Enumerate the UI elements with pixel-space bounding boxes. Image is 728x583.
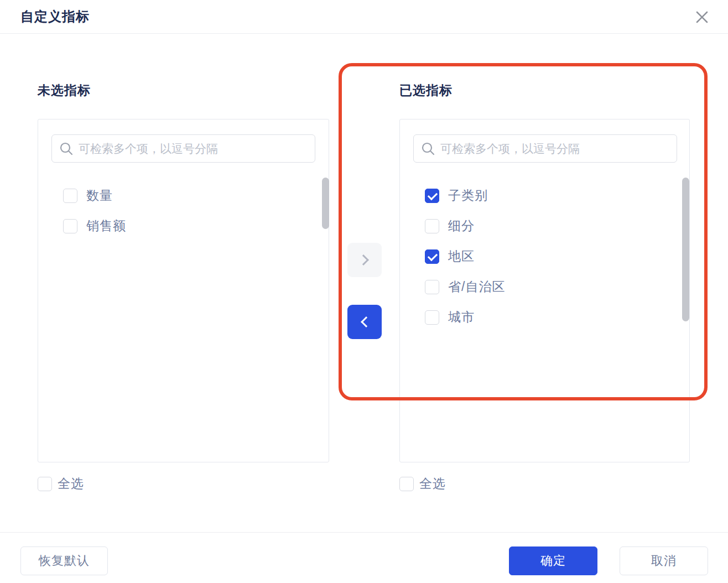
list-item[interactable]: 子类别 [425,180,667,211]
item-label: 数量 [86,187,113,204]
close-icon[interactable] [691,7,713,28]
checkbox[interactable] [425,249,439,264]
list-item[interactable]: 城市 [425,302,667,332]
search-icon [421,142,435,156]
item-label: 城市 [448,309,475,326]
checkbox[interactable] [399,477,414,491]
item-label: 销售额 [86,217,126,235]
select-all-label: 全选 [419,475,446,492]
right-search-box [413,134,677,163]
dialog-header: 自定义指标 [0,0,728,34]
item-label: 省/自治区 [448,278,505,295]
left-search-input[interactable] [79,135,311,162]
list-item[interactable]: 销售额 [63,211,306,241]
confirm-button[interactable]: 确定 [509,546,597,575]
dialog-footer: 恢复默认 确定 取消 [0,532,728,583]
checkbox[interactable] [425,280,439,294]
search-icon [59,142,74,156]
list-item[interactable]: 细分 [425,211,667,241]
list-item[interactable]: 数量 [63,180,306,211]
cancel-button[interactable]: 取消 [620,546,708,575]
checkbox[interactable] [63,189,77,203]
checkbox[interactable] [425,219,439,233]
left-search-box [51,134,315,163]
right-search-input[interactable] [440,135,673,162]
list-item[interactable]: 地区 [425,241,667,272]
right-select-all[interactable]: 全选 [399,475,446,492]
unselected-metrics-title: 未选指标 [38,82,91,99]
move-right-button[interactable] [347,243,382,277]
custom-metrics-dialog: 自定义指标 未选指标 已选指标 数量 [0,0,728,583]
checkbox[interactable] [425,310,439,325]
chevron-right-icon [358,254,369,266]
chevron-left-icon [361,316,372,327]
scrollbar-thumb[interactable] [322,178,329,229]
checkbox[interactable] [38,477,52,491]
unselected-metrics-list: 数量 销售额 [63,180,306,241]
dialog-title: 自定义指标 [20,8,90,25]
item-label: 子类别 [448,187,488,204]
selected-metrics-panel: 子类别 细分 地区 省/自治区 城市 [399,119,690,462]
item-label: 地区 [448,248,475,265]
move-left-button[interactable] [347,305,382,339]
checkbox[interactable] [63,219,77,233]
restore-default-button[interactable]: 恢复默认 [20,546,108,575]
scrollbar-thumb[interactable] [682,178,689,321]
select-all-label: 全选 [58,475,84,492]
unselected-metrics-panel: 数量 销售额 [38,119,329,462]
item-label: 细分 [448,217,475,235]
list-item[interactable]: 省/自治区 [425,272,667,302]
checkbox[interactable] [425,189,439,203]
selected-metrics-title: 已选指标 [399,82,453,99]
selected-metrics-list: 子类别 细分 地区 省/自治区 城市 [425,180,667,332]
left-select-all[interactable]: 全选 [38,475,84,492]
